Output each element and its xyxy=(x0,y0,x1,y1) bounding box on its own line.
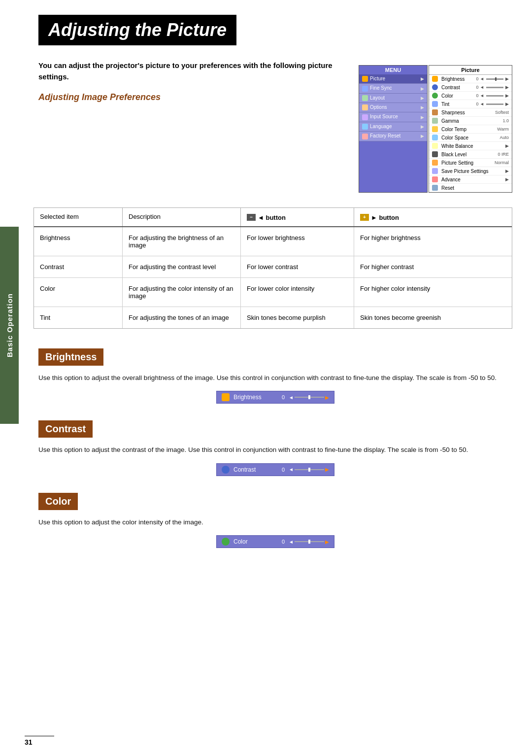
picture-row-sharpness: Sharpness Softest xyxy=(429,108,512,117)
page-number: 31 xyxy=(25,736,54,746)
contrast-slider-value: 0 xyxy=(282,467,285,473)
cell-item-brightness: Brightness xyxy=(34,227,123,256)
cell-item-tint: Tint xyxy=(34,307,123,328)
intro-text: You can adjust the projector's picture t… xyxy=(38,60,344,193)
picture-row-picturesetting: Picture Setting Normal xyxy=(429,159,512,167)
contrast-body: Use this option to adjust the contrast o… xyxy=(38,445,512,455)
col-header-minus: – ◄ button xyxy=(241,208,354,226)
plus-indicator: + xyxy=(360,214,369,221)
color-section: Color Use this option to adjust the colo… xyxy=(38,488,512,549)
section-heading: Adjusting Image Preferences xyxy=(38,92,344,103)
contrast-icon xyxy=(222,466,230,474)
picture-row-brightness: Brightness 0 ◄▶ xyxy=(429,75,512,83)
picture-row-reset: Reset xyxy=(429,184,512,192)
picture-row-gamma: Gamma 1.0 xyxy=(429,117,512,125)
contrast-slider: Contrast 0 ◄ ▶ xyxy=(216,463,334,476)
cell-desc-color: For adjusting the color intensity of an … xyxy=(123,278,241,307)
intro-section: You can adjust the projector's picture t… xyxy=(38,60,512,193)
color-body: Use this option to adjust the color inte… xyxy=(38,517,512,528)
table-row: Color For adjusting the color intensity … xyxy=(34,278,512,307)
picture-row-contrast: Contrast 0 ◄▶ xyxy=(429,83,512,92)
menu-item-language: Language ▶ xyxy=(359,122,427,132)
menu-item-layout: Layout ▶ xyxy=(359,94,427,103)
cell-plus-contrast: For higher contrast xyxy=(354,256,482,277)
contrast-section: Contrast Use this option to adjust the c… xyxy=(38,415,512,476)
brightness-body: Use this option to adjust the overall br… xyxy=(38,373,512,383)
brightness-icon xyxy=(222,393,230,401)
cell-minus-contrast: For lower contrast xyxy=(241,256,354,277)
menu-header: MENU xyxy=(359,66,427,74)
picture-row-savepicture: Save Picture Settings ▶ xyxy=(429,167,512,175)
cell-plus-brightness: For higher brightness xyxy=(354,227,482,256)
minus-indicator: – xyxy=(247,214,256,221)
intro-bold: You can adjust the projector's picture t… xyxy=(38,60,344,82)
brightness-slider-label: Brightness xyxy=(233,394,278,401)
cell-plus-color: For higher color intensity xyxy=(354,278,482,307)
picture-row-colortemp: Color Temp Warm xyxy=(429,125,512,134)
cell-minus-tint: Skin tones become purplish xyxy=(241,307,354,328)
cell-minus-color: For lower color intensity xyxy=(241,278,354,307)
color-track: ◄ ▶ xyxy=(289,539,329,545)
menu-item-factoryreset: Factory Reset ▶ xyxy=(359,132,427,141)
col-header-item: Selected item xyxy=(34,208,123,226)
color-title: Color xyxy=(38,493,78,510)
picture-row-blacklevel: Black Level 0 IRE xyxy=(429,150,512,159)
color-slider-value: 0 xyxy=(282,539,285,545)
col-header-plus: + ► button xyxy=(354,208,482,226)
menu-screenshot: MENU Picture ▶ Fine Sync ▶ Layout ▶ Opti… xyxy=(359,65,512,193)
picture-panel: Picture Brightness 0 ◄▶ Contrast 0 ◄▶ Co… xyxy=(429,65,512,193)
picture-row-color: Color 0 ◄▶ xyxy=(429,92,512,100)
sidebar: Basic Operation xyxy=(0,227,19,424)
cell-desc-contrast: For adjusting the contrast level xyxy=(123,256,241,277)
cell-item-color: Color xyxy=(34,278,123,307)
adjustments-table: Selected item Description – ◄ button + ►… xyxy=(33,207,512,329)
brightness-slider-value: 0 xyxy=(282,394,285,400)
menu-item-picture: Picture ▶ xyxy=(359,74,427,84)
contrast-track: ◄ ▶ xyxy=(289,467,329,472)
picture-row-colorspace: Color Space Auto xyxy=(429,134,512,142)
cell-desc-tint: For adjusting the tones of an image xyxy=(123,307,241,328)
contrast-title: Contrast xyxy=(38,420,93,438)
picture-row-advance: Advance ▶ xyxy=(429,175,512,184)
brightness-slider: Brightness 0 ◄ ▶ xyxy=(216,391,334,404)
cell-minus-brightness: For lower brightness xyxy=(241,227,354,256)
cell-plus-tint: Skin tones become greenish xyxy=(354,307,482,328)
cell-item-contrast: Contrast xyxy=(34,256,123,277)
page-title: Adjusting the Picture xyxy=(38,15,236,45)
color-slider-label: Color xyxy=(233,538,278,545)
cell-desc-brightness: For adjusting the brightness of an image xyxy=(123,227,241,256)
table-header-row: Selected item Description – ◄ button + ►… xyxy=(34,208,512,227)
picture-row-whitebalance: White Balance ▶ xyxy=(429,142,512,150)
contrast-slider-display: Contrast 0 ◄ ▶ xyxy=(38,463,512,476)
menu-item-inputsource: Input Source ▶ xyxy=(359,112,427,122)
sidebar-label: Basic Operation xyxy=(5,293,14,357)
menu-item-options: Options ▶ xyxy=(359,103,427,112)
color-slider-display: Color 0 ◄ ▶ xyxy=(38,535,512,548)
brightness-track: ◄ ▶ xyxy=(289,395,329,400)
col-header-description: Description xyxy=(123,208,241,226)
table-row: Contrast For adjusting the contrast leve… xyxy=(34,256,512,278)
brightness-title: Brightness xyxy=(38,348,103,366)
menu-item-finesync: Fine Sync ▶ xyxy=(359,84,427,93)
color-icon xyxy=(222,538,230,546)
brightness-section: Brightness Use this option to adjust the… xyxy=(38,344,512,404)
contrast-slider-label: Contrast xyxy=(233,466,278,473)
table-row: Tint For adjusting the tones of an image… xyxy=(34,307,512,328)
color-slider: Color 0 ◄ ▶ xyxy=(216,535,334,548)
brightness-slider-display: Brightness 0 ◄ ▶ xyxy=(38,391,512,404)
picture-panel-header: Picture xyxy=(429,66,512,75)
picture-row-tint: Tint 0 ◄▶ xyxy=(429,100,512,108)
menu-panel: MENU Picture ▶ Fine Sync ▶ Layout ▶ Opti… xyxy=(359,65,428,193)
table-row: Brightness For adjusting the brightness … xyxy=(34,227,512,256)
